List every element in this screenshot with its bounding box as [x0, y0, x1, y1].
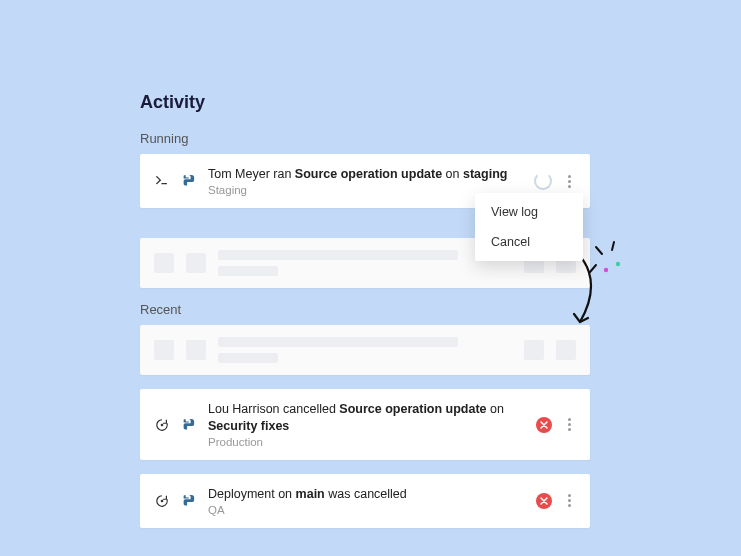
cancelled-badge-icon [536, 493, 552, 509]
cancelled-badge-icon [536, 417, 552, 433]
menu-item-view-log[interactable]: View log [475, 197, 583, 227]
row-menu-button[interactable] [562, 414, 576, 435]
skeleton-text [218, 250, 458, 260]
skeleton-text [218, 337, 458, 347]
svg-point-10 [616, 262, 620, 266]
python-icon [180, 493, 196, 509]
activity-env: Production [208, 436, 524, 448]
svg-point-1 [186, 176, 187, 177]
skeleton-icon [186, 253, 206, 273]
python-icon [180, 173, 196, 189]
svg-point-3 [186, 419, 187, 420]
activity-row-cancelled: Deployment on main was cancelled QA [140, 474, 590, 528]
skeleton-icon [186, 340, 206, 360]
activity-message: Deployment on main was cancelled [208, 486, 524, 502]
skeleton-icon [524, 340, 544, 360]
activity-message: Lou Harrison cancelled Source operation … [208, 401, 524, 434]
row-menu-button[interactable] [562, 171, 576, 192]
svg-point-5 [186, 496, 187, 497]
activity-row-cancelled: Lou Harrison cancelled Source operation … [140, 389, 590, 460]
svg-line-8 [612, 242, 614, 250]
activity-row-skeleton [140, 325, 590, 375]
row-menu-button[interactable] [562, 490, 576, 511]
skeleton-icon [154, 340, 174, 360]
menu-item-cancel[interactable]: Cancel [475, 227, 583, 257]
skeleton-icon [154, 253, 174, 273]
redeploy-icon [154, 417, 170, 433]
skeleton-text [218, 266, 278, 276]
loading-spinner-icon [534, 172, 552, 190]
activity-message: Tom Meyer ran Source operation update on… [208, 166, 522, 182]
section-recent-label: Recent [140, 302, 590, 317]
skeleton-text [218, 353, 278, 363]
svg-point-4 [161, 500, 164, 503]
redeploy-icon [154, 493, 170, 509]
python-icon [180, 417, 196, 433]
section-running-label: Running [140, 131, 590, 146]
svg-point-2 [161, 423, 164, 426]
skeleton-icon [556, 340, 576, 360]
row-dropdown-menu: View log Cancel [475, 193, 583, 261]
activity-env: QA [208, 504, 524, 516]
page-title: Activity [140, 92, 590, 113]
terminal-icon [154, 173, 170, 189]
